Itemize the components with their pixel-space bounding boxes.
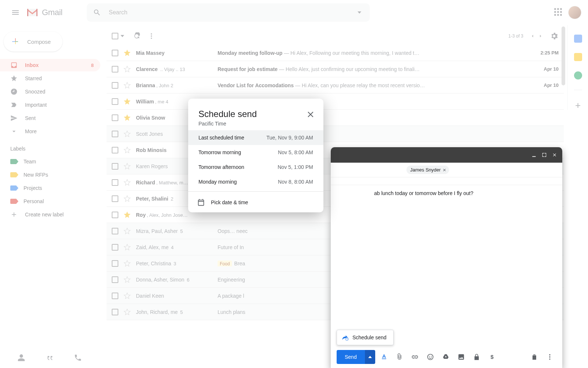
- hangouts-icon[interactable]: [46, 354, 54, 362]
- get-addons-button[interactable]: +: [575, 100, 581, 110]
- email-checkbox[interactable]: [112, 179, 118, 186]
- fullscreen-icon[interactable]: [542, 152, 547, 158]
- nav-item-important[interactable]: Important: [0, 99, 100, 111]
- schedule-option[interactable]: Last scheduled timeTue, Nov 9, 9:00 AM: [188, 130, 323, 145]
- star-icon[interactable]: [123, 179, 131, 186]
- email-checkbox[interactable]: [112, 131, 118, 137]
- email-checkbox[interactable]: [112, 212, 118, 218]
- drive-icon[interactable]: [442, 353, 449, 361]
- nav-item-more[interactable]: More: [0, 125, 100, 138]
- star-icon[interactable]: [123, 163, 131, 170]
- email-checkbox[interactable]: [112, 260, 118, 267]
- select-dropdown-icon[interactable]: [121, 35, 124, 37]
- refresh-button[interactable]: [133, 32, 140, 40]
- star-icon[interactable]: [123, 260, 131, 267]
- email-checkbox[interactable]: [112, 276, 118, 283]
- main-menu-button[interactable]: [7, 4, 24, 21]
- pick-date-time-option[interactable]: Pick date & time: [188, 194, 323, 211]
- star-icon[interactable]: [123, 146, 131, 154]
- contacts-icon[interactable]: [17, 354, 25, 362]
- email-checkbox[interactable]: [112, 82, 118, 89]
- minimize-icon[interactable]: [531, 152, 537, 158]
- email-row[interactable]: Olivia Snow: [107, 110, 564, 126]
- star-icon[interactable]: [123, 195, 131, 202]
- label-item-new-rfps[interactable]: New RFPs: [0, 169, 100, 181]
- email-checkbox[interactable]: [112, 228, 118, 234]
- nav-item-sent[interactable]: Sent: [0, 112, 100, 124]
- gmail-logo[interactable]: Gmail: [26, 7, 62, 18]
- link-icon[interactable]: [411, 353, 419, 361]
- search-input[interactable]: [104, 9, 352, 16]
- settings-button[interactable]: [550, 32, 559, 40]
- star-icon[interactable]: [123, 276, 131, 283]
- label-item-team[interactable]: Team: [0, 155, 100, 168]
- compose-recipients[interactable]: James Snyder ×: [331, 163, 562, 177]
- star-icon[interactable]: [123, 211, 131, 219]
- email-row[interactable]: Scott Jones: [107, 126, 564, 142]
- star-icon[interactable]: [123, 66, 131, 73]
- star-icon[interactable]: [123, 82, 131, 89]
- nav-item-inbox[interactable]: Inbox 8: [0, 59, 100, 71]
- email-checkbox[interactable]: [112, 147, 118, 153]
- star-icon[interactable]: [123, 308, 131, 316]
- compose-subject[interactable]: [331, 177, 562, 185]
- star-icon[interactable]: [123, 292, 131, 300]
- select-all-checkbox[interactable]: [112, 33, 118, 39]
- star-icon[interactable]: [123, 49, 131, 57]
- image-icon[interactable]: [458, 353, 465, 361]
- email-row[interactable]: Mia Massey Monday meeting follow-up — Hi…: [107, 45, 564, 61]
- dialog-close-button[interactable]: [306, 110, 315, 119]
- attach-icon[interactable]: [396, 353, 403, 361]
- schedule-option[interactable]: Tomorrow afternoonNov 5, 1:00 PM: [188, 160, 323, 174]
- star-icon[interactable]: [123, 114, 131, 121]
- calendar-addon-icon[interactable]: [574, 35, 582, 43]
- confidential-icon[interactable]: [473, 353, 480, 361]
- label-item-projects[interactable]: Projects: [0, 182, 100, 194]
- nav-item-snoozed[interactable]: Snoozed: [0, 85, 100, 98]
- email-checkbox[interactable]: [112, 309, 118, 315]
- compose-header[interactable]: [331, 147, 562, 163]
- email-checkbox[interactable]: [112, 163, 118, 170]
- next-page-button[interactable]: [537, 32, 545, 40]
- label-item-personal[interactable]: Personal: [0, 195, 100, 208]
- email-checkbox[interactable]: [112, 244, 118, 251]
- account-avatar[interactable]: [568, 6, 581, 19]
- email-checkbox[interactable]: [112, 114, 118, 121]
- schedule-send-menu[interactable]: Schedule send: [337, 330, 394, 345]
- send-button[interactable]: Send: [337, 350, 365, 364]
- prev-page-button[interactable]: [528, 32, 537, 40]
- star-icon[interactable]: [123, 244, 131, 251]
- email-checkbox[interactable]: [112, 98, 118, 105]
- more-actions-button[interactable]: [148, 32, 155, 40]
- send-options-button[interactable]: [365, 350, 375, 364]
- keep-addon-icon[interactable]: [574, 53, 582, 61]
- search-bar[interactable]: [87, 3, 370, 22]
- google-apps-button[interactable]: [554, 8, 563, 17]
- email-row[interactable]: William, me 4: [107, 93, 564, 110]
- nav-item-starred[interactable]: Starred: [0, 72, 100, 85]
- discard-icon[interactable]: [531, 353, 538, 361]
- money-icon[interactable]: $: [488, 353, 496, 361]
- recipient-chip[interactable]: James Snyder ×: [406, 166, 449, 174]
- close-icon[interactable]: [552, 152, 557, 158]
- compose-button[interactable]: Compose: [4, 32, 62, 52]
- schedule-option[interactable]: Monday morningNov 8, 8:00 AM: [188, 174, 323, 189]
- email-row[interactable]: Brianna, John 2 Vendor List for Accomoda…: [107, 77, 564, 93]
- create-label-button[interactable]: Create new label: [0, 208, 100, 221]
- email-checkbox[interactable]: [112, 50, 118, 56]
- search-icon[interactable]: [90, 5, 104, 20]
- search-options-button[interactable]: [352, 5, 367, 20]
- formatting-icon[interactable]: [380, 353, 388, 361]
- email-checkbox[interactable]: [112, 195, 118, 202]
- emoji-icon[interactable]: [427, 353, 434, 361]
- email-checkbox[interactable]: [112, 293, 118, 299]
- email-row[interactable]: Clarence .. Vijay .. 13 Request for job …: [107, 61, 564, 77]
- star-icon[interactable]: [123, 227, 131, 235]
- tasks-addon-icon[interactable]: [574, 71, 582, 79]
- compose-more-icon[interactable]: [546, 353, 553, 361]
- phone-icon[interactable]: [74, 354, 82, 362]
- compose-body[interactable]: ab lunch today or tomorrow before I fly …: [331, 185, 562, 346]
- email-checkbox[interactable]: [112, 66, 118, 72]
- star-icon[interactable]: [123, 130, 131, 138]
- star-icon[interactable]: [123, 98, 131, 105]
